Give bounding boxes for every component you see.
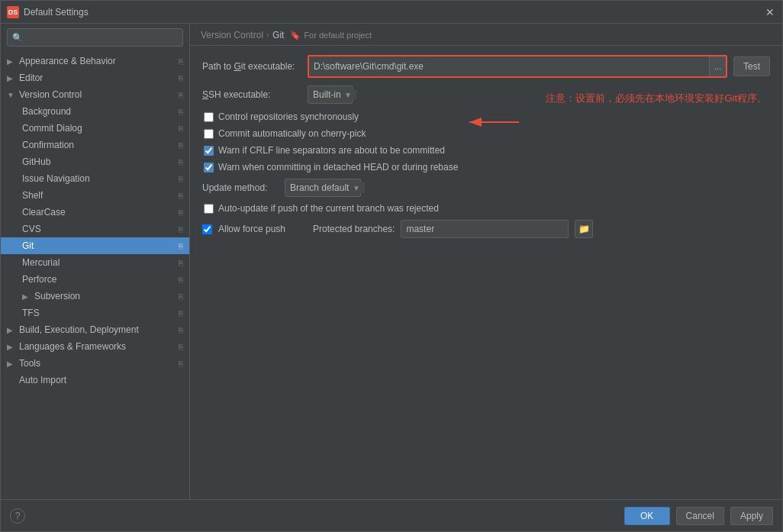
search-icon: 🔍 xyxy=(12,33,23,43)
sidebar-item-build[interactable]: ▶ Build, Execution, Deployment ⎘ xyxy=(1,321,189,338)
copy-icon-perf: ⎘ xyxy=(179,276,183,284)
checkbox-auto-update[interactable] xyxy=(204,204,214,214)
sidebar-item-github-label: GitHub xyxy=(22,156,50,167)
expand-arrow-lang: ▶ xyxy=(7,343,16,351)
auto-update-row: Auto-update if push of the current branc… xyxy=(202,203,770,214)
sidebar-item-editor-label: Editor xyxy=(19,73,43,83)
red-arrow-icon xyxy=(462,103,523,141)
git-path-input[interactable]: D:\software\Git\cmd\git.exe xyxy=(309,56,709,76)
sidebar-item-issue-nav[interactable]: Issue Navigation ⎘ xyxy=(1,170,189,187)
checkbox-detached-label: Warn when committing in detached HEAD or… xyxy=(218,162,458,172)
sidebar-item-git[interactable]: Git ⎘ xyxy=(1,237,189,254)
expand-arrow-vc: ▼ xyxy=(7,91,16,99)
sidebar-item-perforce-label: Perforce xyxy=(22,274,56,285)
close-button[interactable]: ✕ xyxy=(764,6,776,18)
sidebar-item-auto-import-label: Auto Import xyxy=(19,375,66,385)
protected-branches-input[interactable]: master xyxy=(401,220,569,238)
sidebar-item-tfs[interactable]: TFS ⎘ xyxy=(1,305,189,321)
protected-label: Protected branches: xyxy=(313,224,395,234)
apply-button[interactable]: Apply xyxy=(730,507,773,525)
sidebar-item-cvs-label: CVS xyxy=(22,224,41,234)
copy-icon-cd: ⎘ xyxy=(179,124,183,133)
sidebar-item-subversion[interactable]: ▶ Subversion ⎘ xyxy=(1,288,189,305)
ssh-select[interactable]: Built-in Native xyxy=(308,89,356,100)
copy-icon-cc: ⎘ xyxy=(179,208,183,217)
title-bar-left: DS Default Settings xyxy=(7,6,89,18)
copy-icon-build: ⎘ xyxy=(179,326,183,334)
sidebar-item-confirmation[interactable]: Confirmation ⎘ xyxy=(1,137,189,153)
copy-icon-cvs: ⎘ xyxy=(179,225,183,234)
copy-icon-svn: ⎘ xyxy=(179,292,183,301)
update-dropdown-wrapper: Branch default Merge Rebase ▼ xyxy=(285,179,361,197)
sidebar-item-auto-import[interactable]: Auto Import xyxy=(1,372,189,389)
sidebar-item-languages-label: Languages & Frameworks xyxy=(19,341,126,352)
browse-button[interactable]: ... xyxy=(709,56,726,76)
content-area: Path to Git executable: D:\software\Git\… xyxy=(190,46,782,499)
checkbox-row-4: Warn when committing in detached HEAD or… xyxy=(202,162,770,172)
cancel-button[interactable]: Cancel xyxy=(676,507,724,525)
sidebar-item-languages[interactable]: ▶ Languages & Frameworks ⎘ xyxy=(1,338,189,355)
sidebar-item-confirmation-label: Confirmation xyxy=(22,140,74,150)
path-row: Path to Git executable: D:\software\Git\… xyxy=(202,55,770,78)
sidebar-item-appearance[interactable]: ▶ Appearance & Behavior ⎘ xyxy=(1,53,189,69)
search-input[interactable] xyxy=(26,32,178,43)
sidebar-item-cvs[interactable]: CVS ⎘ xyxy=(1,221,189,237)
action-buttons: OK Cancel Apply xyxy=(624,507,773,525)
sidebar: 🔍 ▶ Appearance & Behavior ⎘ ▶ Editor ⎘ xyxy=(1,24,190,499)
sidebar-item-appearance-label: Appearance & Behavior xyxy=(19,56,116,66)
sidebar-item-shelf-label: Shelf xyxy=(22,190,43,201)
sidebar-item-editor[interactable]: ▶ Editor ⎘ xyxy=(1,69,189,86)
expand-arrow-svn: ▶ xyxy=(22,292,31,301)
checkbox-auto-update-label: Auto-update if push of the current branc… xyxy=(218,203,439,214)
copy-icon-merc: ⎘ xyxy=(179,259,183,267)
update-method-row: Update method: Branch default Merge Reba… xyxy=(202,179,770,197)
checkbox-force-push-label: Allow force push xyxy=(218,224,285,234)
sidebar-item-perforce[interactable]: Perforce ⎘ xyxy=(1,271,189,288)
copy-icon-tools: ⎘ xyxy=(179,360,183,368)
copy-icon: ⎘ xyxy=(179,57,183,66)
sidebar-item-clearcase-label: ClearCase xyxy=(22,207,66,218)
sidebar-item-background[interactable]: Background ⎘ xyxy=(1,103,189,120)
right-panel: Version Control › Git 🔖 For default proj… xyxy=(190,24,782,499)
sidebar-item-commit-dialog[interactable]: Commit Dialog ⎘ xyxy=(1,120,189,137)
test-button[interactable]: Test xyxy=(733,56,770,76)
checkbox-cherry-pick-label: Commit automatically on cherry-pick xyxy=(218,128,366,139)
sidebar-item-tools[interactable]: ▶ Tools ⎘ xyxy=(1,355,189,372)
breadcrumb-tag: For default project xyxy=(304,31,372,40)
breadcrumb-vc: Version Control xyxy=(201,30,263,40)
checkbox-sync[interactable] xyxy=(204,112,214,122)
sidebar-item-version-control[interactable]: ▼ Version Control ⎘ xyxy=(1,86,189,103)
checkbox-force-push[interactable] xyxy=(202,224,212,234)
expand-arrow-editor: ▶ xyxy=(7,74,16,82)
sidebar-item-github[interactable]: GitHub ⎘ xyxy=(1,153,189,170)
update-method-select[interactable]: Branch default Merge Rebase xyxy=(285,182,365,193)
window-title: Default Settings xyxy=(24,7,89,18)
copy-icon-tfs: ⎘ xyxy=(179,309,183,318)
breadcrumb-tag-icon: 🔖 xyxy=(290,31,301,40)
help-button[interactable]: ? xyxy=(10,508,25,524)
checkbox-crlf-label: Warn if CRLF line separators are about t… xyxy=(218,145,445,156)
checkbox-row-3: Warn if CRLF line separators are about t… xyxy=(202,145,770,156)
sidebar-item-build-label: Build, Execution, Deployment xyxy=(19,324,139,335)
sidebar-item-mercurial[interactable]: Mercurial ⎘ xyxy=(1,254,189,271)
copy-icon-shelf: ⎘ xyxy=(179,192,183,200)
breadcrumb-git: Git xyxy=(272,30,284,40)
ssh-label: SSH executable: xyxy=(202,89,301,100)
sidebar-item-clearcase[interactable]: ClearCase ⎘ xyxy=(1,204,189,221)
breadcrumb: Version Control › Git 🔖 For default proj… xyxy=(190,24,782,46)
path-label: Path to Git executable: xyxy=(202,61,301,72)
sidebar-item-shelf[interactable]: Shelf ⎘ xyxy=(1,187,189,204)
sidebar-item-vc-label: Version Control xyxy=(19,89,82,100)
annotation-text: 注意：设置前，必须先在本地环境安装好Git程序。 xyxy=(546,92,767,104)
protected-folder-button[interactable]: 📁 xyxy=(575,220,593,238)
expand-arrow-appearance: ▶ xyxy=(7,57,16,66)
breadcrumb-sep: › xyxy=(266,30,269,40)
search-box[interactable]: 🔍 xyxy=(7,28,183,47)
ok-button[interactable]: OK xyxy=(624,507,670,525)
checkbox-crlf[interactable] xyxy=(204,146,214,156)
checkbox-cherry-pick[interactable] xyxy=(204,129,214,139)
main-window: DS Default Settings ✕ 🔍 ▶ Appearance & B… xyxy=(0,0,783,532)
path-input-wrapper: D:\software\Git\cmd\git.exe ... xyxy=(308,55,727,78)
main-content: 🔍 ▶ Appearance & Behavior ⎘ ▶ Editor ⎘ xyxy=(1,24,782,499)
checkbox-detached[interactable] xyxy=(204,163,214,172)
